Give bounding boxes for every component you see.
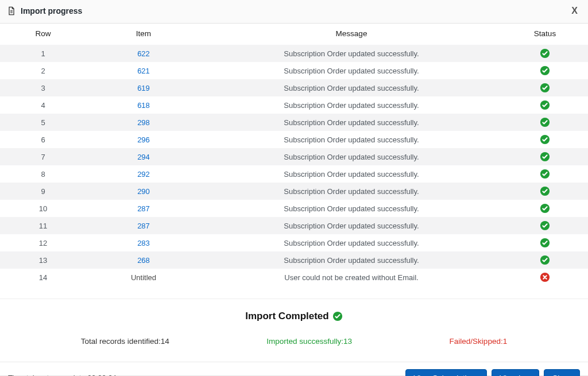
- item-link[interactable]: 619: [137, 84, 150, 92]
- table-row: 13268Subscription Order updated successf…: [0, 251, 588, 269]
- table-row: 9290Subscription Order updated successfu…: [0, 183, 588, 200]
- row-number: 3: [0, 79, 86, 96]
- item-link[interactable]: 622: [137, 49, 150, 58]
- summary-failed: Failed/Skipped:1: [450, 337, 508, 346]
- item-link[interactable]: 294: [137, 153, 150, 161]
- item-link[interactable]: 287: [137, 204, 150, 213]
- table-row: 6296Subscription Order updated successfu…: [0, 131, 588, 148]
- table-row: 14UntitledUser could not be created with…: [0, 269, 588, 286]
- table-row: 4618Subscription Order updated successfu…: [0, 96, 588, 114]
- table-row: 12283Subscription Order updated successf…: [0, 234, 588, 251]
- modal-footer: Time taken to complete:00:00:04 View Sub…: [0, 362, 588, 376]
- document-icon: [7, 6, 16, 15]
- table-row: 3619Subscription Order updated successfu…: [0, 79, 588, 96]
- item-link[interactable]: 283: [137, 239, 150, 247]
- item-text: Untitled: [131, 273, 156, 282]
- summary-panel: Import Completed Total records identifie…: [0, 299, 588, 362]
- summary-success-label: Imported successfully:: [266, 337, 343, 346]
- col-header-status: Status: [502, 24, 588, 45]
- time-taken: Time taken to complete:00:00:04: [8, 374, 117, 376]
- status-success-icon: [506, 152, 583, 162]
- row-number: 9: [0, 183, 86, 200]
- table-row: 1622Subscription Order updated successfu…: [0, 45, 588, 62]
- col-header-item: Item: [86, 24, 201, 45]
- item-link[interactable]: 618: [137, 101, 150, 110]
- row-number: 8: [0, 165, 86, 183]
- summary-title: Import Completed: [245, 311, 328, 322]
- status-success-icon: [506, 134, 583, 145]
- row-message: Subscription Order updated successfully.: [201, 131, 502, 148]
- summary-failed-label: Failed/Skipped:: [450, 337, 503, 346]
- item-link[interactable]: 292: [137, 170, 150, 179]
- results-table: Row Item Message Status 1622Subscription…: [0, 24, 588, 286]
- status-success-icon: [506, 83, 583, 93]
- row-number: 10: [0, 200, 86, 217]
- item-link[interactable]: 290: [137, 187, 150, 196]
- time-taken-value: 00:00:04: [87, 374, 117, 376]
- status-error-icon: [506, 272, 583, 282]
- status-success-icon: [506, 186, 583, 196]
- row-number: 1: [0, 45, 86, 62]
- summary-total-label: Total records identified:: [81, 337, 161, 346]
- row-message: Subscription Order updated successfully.: [201, 79, 502, 96]
- row-message: Subscription Order updated successfully.: [201, 165, 502, 183]
- row-number: 5: [0, 114, 86, 131]
- status-success-icon: [506, 117, 583, 127]
- col-header-message: Message: [201, 24, 502, 45]
- table-row: 11287Subscription Order updated successf…: [0, 217, 588, 234]
- table-row: 5298Subscription Order updated successfu…: [0, 114, 588, 131]
- status-success-icon: [506, 48, 583, 59]
- table-row: 2621Subscription Order updated successfu…: [0, 62, 588, 79]
- summary-success-value: 13: [343, 337, 352, 346]
- row-message: Subscription Order updated successfully.: [201, 114, 502, 131]
- summary-total-value: 14: [161, 337, 169, 346]
- row-message: Subscription Order updated successfully.: [201, 45, 502, 62]
- status-success-icon: [506, 65, 583, 76]
- summary-failed-value: 1: [503, 337, 508, 346]
- table-row: 7294Subscription Order updated successfu…: [0, 148, 588, 165]
- status-success-icon: [506, 238, 583, 248]
- item-link[interactable]: 268: [137, 256, 150, 265]
- row-number: 12: [0, 234, 86, 251]
- table-row: 10287Subscription Order updated successf…: [0, 200, 588, 217]
- row-number: 13: [0, 251, 86, 269]
- status-success-icon: [506, 220, 583, 231]
- close-footer-button[interactable]: Close: [544, 369, 580, 376]
- item-link[interactable]: 298: [137, 118, 150, 127]
- status-success-icon: [506, 255, 583, 265]
- row-message: Subscription Order updated successfully.: [201, 183, 502, 200]
- row-number: 2: [0, 62, 86, 79]
- status-success-icon: [506, 203, 583, 214]
- row-number: 11: [0, 217, 86, 234]
- close-button[interactable]: X: [568, 5, 581, 17]
- status-success-icon: [506, 100, 583, 110]
- row-message: User could not be created without Email.: [201, 269, 502, 286]
- row-number: 7: [0, 148, 86, 165]
- summary-total: Total records identified:14: [81, 337, 169, 346]
- view-log-button[interactable]: View Log: [492, 369, 539, 376]
- import-progress-modal: Import progress X Row Item Message Statu…: [0, 0, 588, 376]
- item-link[interactable]: 621: [137, 67, 150, 75]
- view-subscriptions-button[interactable]: View Subscriptions: [405, 369, 487, 376]
- item-link[interactable]: 287: [137, 222, 150, 230]
- summary-success: Imported successfully:13: [266, 337, 352, 346]
- item-link[interactable]: 296: [137, 135, 150, 144]
- row-message: Subscription Order updated successfully.: [201, 148, 502, 165]
- row-message: Subscription Order updated successfully.: [201, 200, 502, 217]
- modal-header: Import progress X: [0, 0, 588, 24]
- table-row: 8292Subscription Order updated successfu…: [0, 165, 588, 183]
- time-taken-label: Time taken to complete:: [8, 374, 87, 376]
- row-number: 4: [0, 96, 86, 114]
- row-message: Subscription Order updated successfully.: [201, 62, 502, 79]
- row-message: Subscription Order updated successfully.: [201, 96, 502, 114]
- modal-title: Import progress: [21, 6, 82, 15]
- status-success-icon: [506, 169, 583, 179]
- row-message: Subscription Order updated successfully.: [201, 251, 502, 269]
- row-message: Subscription Order updated successfully.: [201, 217, 502, 234]
- success-check-icon: [332, 311, 343, 321]
- row-number: 14: [0, 269, 86, 286]
- row-number: 6: [0, 131, 86, 148]
- row-message: Subscription Order updated successfully.: [201, 234, 502, 251]
- col-header-row: Row: [0, 24, 86, 45]
